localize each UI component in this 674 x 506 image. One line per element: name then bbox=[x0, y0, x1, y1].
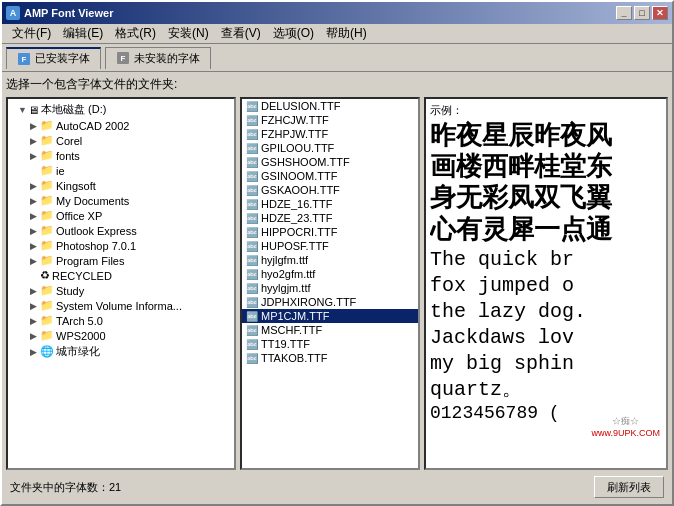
folder-icon-autocad: 📁 bbox=[40, 119, 54, 132]
file-item-17[interactable]: 🔤 TT19.TTF bbox=[242, 337, 418, 351]
file-panel[interactable]: 🔤 DELUSION.TTF 🔤 FZHCJW.TTF 🔤 FZHPJW.TTF… bbox=[240, 97, 420, 470]
tree-item-autocad[interactable]: ▶ 📁 AutoCAD 2002 bbox=[10, 118, 232, 133]
preview-chinese-text: 昨夜星辰昨夜风 画楼西畔桂堂东 身无彩凤双飞翼 心有灵犀一点通 bbox=[430, 120, 662, 245]
file-item-8[interactable]: 🔤 HDZE_23.TTF bbox=[242, 211, 418, 225]
expand-icon-office: ▶ bbox=[30, 211, 40, 221]
font-file-icon-13: 🔤 bbox=[246, 283, 258, 294]
folder-label: 选择一个包含字体文件的文件夹: bbox=[6, 76, 668, 93]
menu-file[interactable]: 文件(F) bbox=[6, 23, 57, 44]
tree-item-programfiles[interactable]: ▶ 📁 Program Files bbox=[10, 253, 232, 268]
menu-format[interactable]: 格式(R) bbox=[109, 23, 162, 44]
close-button[interactable]: ✕ bbox=[652, 6, 668, 20]
tree-item-photoshop[interactable]: ▶ 📁 Photoshop 7.0.1 bbox=[10, 238, 232, 253]
font-file-icon-10: 🔤 bbox=[246, 241, 258, 252]
menu-view[interactable]: 查看(V) bbox=[215, 23, 267, 44]
expand-icon-wps2000: ▶ bbox=[30, 331, 40, 341]
file-item-10[interactable]: 🔤 HUPOSF.TTF bbox=[242, 239, 418, 253]
expand-icon-mydocs: ▶ bbox=[30, 196, 40, 206]
folder-icon-tarch: 📁 bbox=[40, 314, 54, 327]
tree-item-ie[interactable]: 📁 ie bbox=[10, 163, 232, 178]
file-item-6[interactable]: 🔤 GSKAOOH.TTF bbox=[242, 183, 418, 197]
font-file-icon-16: 🔤 bbox=[246, 325, 258, 336]
svg-text:F: F bbox=[22, 55, 27, 64]
expand-icon-study: ▶ bbox=[30, 286, 40, 296]
globe-icon: 🌐 bbox=[40, 345, 54, 358]
font-installed-icon: F bbox=[17, 52, 31, 66]
menu-options[interactable]: 选项(O) bbox=[267, 23, 320, 44]
minimize-button[interactable]: _ bbox=[616, 6, 632, 20]
tree-item-kingsoft[interactable]: ▶ 📁 Kingsoft bbox=[10, 178, 232, 193]
tab-installed[interactable]: F 已安装字体 bbox=[6, 47, 101, 69]
file-item-5[interactable]: 🔤 GSINOOM.TTF bbox=[242, 169, 418, 183]
tree-item-mydocs[interactable]: ▶ 📁 My Documents bbox=[10, 193, 232, 208]
font-file-icon-9: 🔤 bbox=[246, 227, 258, 238]
expand-icon-ie bbox=[30, 166, 40, 176]
menu-help[interactable]: 帮助(H) bbox=[320, 23, 373, 44]
folder-icon-study: 📁 bbox=[40, 284, 54, 297]
expand-icon-autocad: ▶ bbox=[30, 121, 40, 131]
tree-item-sysvolinfo[interactable]: ▶ 📁 System Volume Informa... bbox=[10, 298, 232, 313]
tree-item-study[interactable]: ▶ 📁 Study bbox=[10, 283, 232, 298]
font-file-icon-2: 🔤 bbox=[246, 129, 258, 140]
menu-bar: 文件(F) 编辑(E) 格式(R) 安装(N) 查看(V) 选项(O) 帮助(H… bbox=[2, 24, 672, 44]
file-item-3[interactable]: 🔤 GPILOOU.TTF bbox=[242, 141, 418, 155]
font-file-icon-14: 🔤 bbox=[246, 297, 258, 308]
expand-icon-sysvolinfo: ▶ bbox=[30, 301, 40, 311]
expand-icon-corel: ▶ bbox=[30, 136, 40, 146]
window-title: AMP Font Viewer bbox=[24, 7, 113, 19]
file-item-15[interactable]: 🔤 MP1CJM.TTF bbox=[242, 309, 418, 323]
expand-icon-programfiles: ▶ bbox=[30, 256, 40, 266]
refresh-button[interactable]: 刷新列表 bbox=[594, 476, 664, 498]
folder-icon-mydocs: 📁 bbox=[40, 194, 54, 207]
tree-panel[interactable]: ▼ 🖥 本地磁盘 (D:) ▶ 📁 AutoCAD 2002 ▶ 📁 bbox=[6, 97, 236, 470]
tree-root: ▼ 🖥 本地磁盘 (D:) ▶ 📁 AutoCAD 2002 ▶ 📁 bbox=[8, 99, 234, 362]
tree-item-outlook[interactable]: ▶ 📁 Outlook Express bbox=[10, 223, 232, 238]
font-file-icon-8: 🔤 bbox=[246, 213, 258, 224]
menu-install[interactable]: 安装(N) bbox=[162, 23, 215, 44]
expand-icon-cityverde: ▶ bbox=[30, 347, 40, 357]
app-icon: A bbox=[6, 6, 20, 20]
font-file-icon-6: 🔤 bbox=[246, 185, 258, 196]
tree-item-corel[interactable]: ▶ 📁 Corel bbox=[10, 133, 232, 148]
tree-item-fonts[interactable]: ▶ 📁 fonts bbox=[10, 148, 232, 163]
file-item-13[interactable]: 🔤 hyylgjm.ttf bbox=[242, 281, 418, 295]
font-file-icon-11: 🔤 bbox=[246, 255, 258, 266]
file-item-16[interactable]: 🔤 MSCHF.TTF bbox=[242, 323, 418, 337]
folder-icon-corel: 📁 bbox=[40, 134, 54, 147]
bottom-bar: 文件夹中的字体数：21 刷新列表 bbox=[6, 474, 668, 500]
tree-item-wps2000[interactable]: ▶ 📁 WPS2000 bbox=[10, 328, 232, 343]
file-item-11[interactable]: 🔤 hyjlgfm.ttf bbox=[242, 253, 418, 267]
file-item-9[interactable]: 🔤 HIPPOCRI.TTF bbox=[242, 225, 418, 239]
computer-icon: 🖥 bbox=[28, 104, 39, 116]
menu-edit[interactable]: 编辑(E) bbox=[57, 23, 109, 44]
main-window: A AMP Font Viewer _ □ ✕ 文件(F) 编辑(E) 格式(R… bbox=[0, 0, 674, 506]
tree-item-tarch[interactable]: ▶ 📁 TArch 5.0 bbox=[10, 313, 232, 328]
title-bar-left: A AMP Font Viewer bbox=[6, 6, 113, 20]
tree-item-root[interactable]: ▼ 🖥 本地磁盘 (D:) bbox=[10, 101, 232, 118]
font-file-icon-4: 🔤 bbox=[246, 157, 258, 168]
tree-item-office[interactable]: ▶ 📁 Office XP bbox=[10, 208, 232, 223]
maximize-button[interactable]: □ bbox=[634, 6, 650, 20]
content-area: 选择一个包含字体文件的文件夹: ▼ 🖥 本地磁盘 (D:) ▶ 📁 AutoCA… bbox=[2, 72, 672, 504]
preview-content: 昨夜星辰昨夜风 画楼西畔桂堂东 身无彩凤双飞翼 心有灵犀一点通 The quic… bbox=[430, 120, 662, 465]
file-item-7[interactable]: 🔤 HDZE_16.TTF bbox=[242, 197, 418, 211]
folder-icon-office: 📁 bbox=[40, 209, 54, 222]
file-item-12[interactable]: 🔤 hyo2gfm.ttf bbox=[242, 267, 418, 281]
folder-icon-sysvolinfo: 📁 bbox=[40, 299, 54, 312]
tree-item-recycled[interactable]: ♻ RECYCLED bbox=[10, 268, 232, 283]
file-item-18[interactable]: 🔤 TTAKOB.TTF bbox=[242, 351, 418, 365]
folder-icon-ie: 📁 bbox=[40, 164, 54, 177]
title-bar: A AMP Font Viewer _ □ ✕ bbox=[2, 2, 672, 24]
folder-icon-kingsoft: 📁 bbox=[40, 179, 54, 192]
font-count-status: 文件夹中的字体数：21 bbox=[10, 480, 121, 495]
file-item-1[interactable]: 🔤 FZHCJW.TTF bbox=[242, 113, 418, 127]
file-item-2[interactable]: 🔤 FZHPJW.TTF bbox=[242, 127, 418, 141]
tree-item-cityverde[interactable]: ▶ 🌐 城市绿化 bbox=[10, 343, 232, 360]
file-item-4[interactable]: 🔤 GSHSHOOM.TTF bbox=[242, 155, 418, 169]
file-item-14[interactable]: 🔤 JDPHXIRONG.TTF bbox=[242, 295, 418, 309]
tab-uninstalled[interactable]: F 未安装的字体 bbox=[105, 47, 211, 69]
font-file-icon-12: 🔤 bbox=[246, 269, 258, 280]
font-file-icon-15: 🔤 bbox=[246, 311, 258, 322]
expand-icon-outlook: ▶ bbox=[30, 226, 40, 236]
file-item-0[interactable]: 🔤 DELUSION.TTF bbox=[242, 99, 418, 113]
